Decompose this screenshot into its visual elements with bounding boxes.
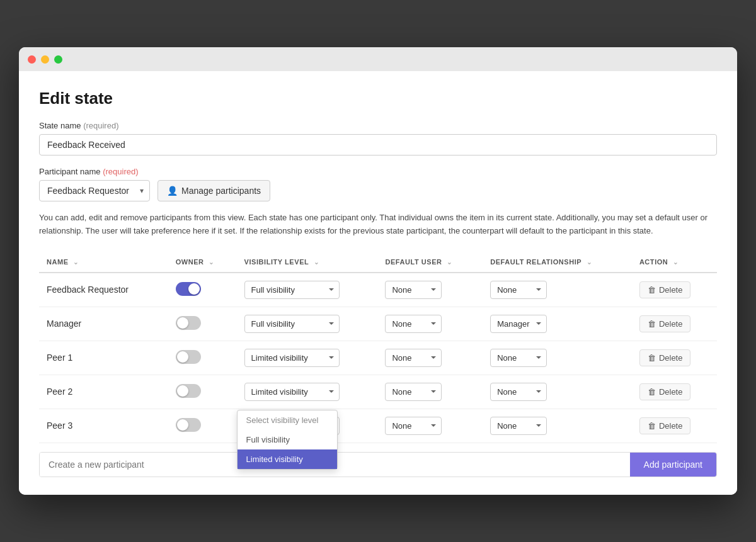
default-relationship-cell: Manager: [483, 307, 632, 341]
delete-label: Delete: [659, 353, 683, 363]
table-row: Peer 3Select visibility levelFull visibi…: [39, 409, 717, 443]
state-name-label: State name (required): [39, 121, 717, 130]
owner-toggle[interactable]: [176, 350, 201, 364]
page-content: Edit state State name (required) Partici…: [19, 71, 737, 495]
table-row: Peer 2Select visibility levelFull visibi…: [39, 375, 717, 409]
default-user-select[interactable]: None: [385, 383, 442, 401]
participant-name-cell: Manager: [39, 307, 168, 341]
participant-name-label: Participant name (required): [39, 167, 717, 176]
default-user-select[interactable]: None: [385, 315, 442, 333]
name-sort-icon[interactable]: ⌄: [73, 259, 79, 266]
default-user-cell: None: [377, 375, 483, 409]
action-cell: 🗑Delete: [632, 375, 717, 409]
default-relationship-select[interactable]: None: [490, 383, 547, 401]
participant-select-wrapper: Feedback Requestor ▾: [39, 180, 150, 201]
owner-toggle[interactable]: [176, 282, 201, 296]
participant-select[interactable]: Feedback Requestor: [39, 180, 150, 201]
delete-label: Delete: [659, 285, 683, 295]
table-row: Peer 1Select visibility levelFull visibi…: [39, 341, 717, 375]
default-relationship-cell: None: [483, 409, 632, 443]
manage-participants-icon: 👤: [167, 186, 178, 196]
default-user-sort-icon[interactable]: ⌄: [447, 259, 452, 266]
visibility-cell: Select visibility levelFull visibilityLi…: [237, 307, 378, 341]
table-row: ManagerSelect visibility levelFull visib…: [39, 307, 717, 341]
col-default-relationship: DEFAULT RELATIONSHIP ⌄: [483, 252, 632, 273]
default-user-cell: None: [377, 307, 483, 341]
default-relationship-cell: None: [483, 273, 632, 307]
add-participant-button[interactable]: Add participant: [630, 453, 716, 477]
close-button[interactable]: [28, 55, 36, 64]
delete-button[interactable]: 🗑Delete: [639, 417, 691, 434]
default-user-cell: None: [377, 273, 483, 307]
delete-button[interactable]: 🗑Delete: [639, 383, 691, 400]
owner-cell: [168, 409, 237, 443]
visibility-dropdown-item[interactable]: Full visibility: [238, 430, 337, 449]
col-action: ACTION ⌄: [632, 252, 717, 273]
default-user-cell: None: [377, 409, 483, 443]
titlebar: [19, 47, 737, 71]
table-row: Feedback RequestorSelect visibility leve…: [39, 273, 717, 307]
delete-label: Delete: [659, 319, 683, 329]
visibility-select[interactable]: Select visibility levelFull visibilityLi…: [244, 349, 340, 367]
maximize-button[interactable]: [54, 55, 62, 64]
owner-cell: [168, 341, 237, 375]
delete-label: Delete: [659, 421, 683, 431]
visibility-sort-icon[interactable]: ⌄: [314, 259, 319, 266]
visibility-dropdown-item[interactable]: Limited visibility: [238, 449, 337, 469]
minimize-button[interactable]: [41, 55, 49, 64]
col-visibility: VISIBILITY LEVEL ⌄: [237, 252, 378, 273]
participants-table: NAME ⌄ OWNER ⌄ VISIBILITY LEVEL ⌄ DEFAUL…: [39, 252, 717, 443]
trash-icon: 🗑: [648, 421, 656, 431]
state-name-input[interactable]: [39, 134, 717, 155]
add-participant-row: Add participant: [39, 452, 717, 477]
default-user-select[interactable]: None: [385, 281, 442, 299]
col-name: NAME ⌄: [39, 252, 168, 273]
delete-button[interactable]: 🗑Delete: [639, 349, 691, 366]
visibility-cell: Select visibility levelFull visibilityLi…: [237, 273, 378, 307]
participant-name-cell: Peer 2: [39, 375, 168, 409]
action-cell: 🗑Delete: [632, 341, 717, 375]
action-cell: 🗑Delete: [632, 307, 717, 341]
owner-toggle[interactable]: [176, 418, 201, 432]
default-relationship-select[interactable]: None: [490, 417, 547, 435]
visibility-cell: Select visibility levelFull visibilityLi…: [237, 341, 378, 375]
info-text: You can add, edit and remove participant…: [39, 212, 717, 238]
trash-icon: 🗑: [648, 319, 656, 329]
default-rel-sort-icon[interactable]: ⌄: [587, 259, 592, 266]
col-owner: OWNER ⌄: [168, 252, 237, 273]
participant-name-cell: Peer 3: [39, 409, 168, 443]
owner-cell: [168, 375, 237, 409]
default-relationship-cell: None: [483, 375, 632, 409]
default-user-cell: None: [377, 341, 483, 375]
delete-button[interactable]: 🗑Delete: [639, 315, 691, 332]
trash-icon: 🗑: [648, 285, 656, 295]
visibility-select[interactable]: Select visibility levelFull visibilityLi…: [244, 315, 340, 333]
participant-row: Feedback Requestor ▾ 👤 Manage participan…: [39, 180, 717, 201]
visibility-dropdown-menu: Select visibility levelFull visibilityLi…: [237, 410, 338, 470]
participant-name-cell: Peer 1: [39, 341, 168, 375]
default-user-select[interactable]: None: [385, 417, 442, 435]
owner-toggle[interactable]: [176, 316, 201, 330]
visibility-select[interactable]: Select visibility levelFull visibilityLi…: [244, 383, 340, 401]
visibility-dropdown-item[interactable]: Select visibility level: [238, 410, 337, 430]
visibility-cell: Select visibility levelFull visibilityLi…: [237, 375, 378, 409]
col-default-user: DEFAULT USER ⌄: [377, 252, 483, 273]
default-user-select[interactable]: None: [385, 349, 442, 367]
participant-name-cell: Feedback Requestor: [39, 273, 168, 307]
delete-button[interactable]: 🗑Delete: [639, 281, 691, 298]
trash-icon: 🗑: [648, 387, 656, 397]
visibility-select[interactable]: Select visibility levelFull visibilityLi…: [244, 281, 340, 299]
owner-cell: [168, 273, 237, 307]
action-cell: 🗑Delete: [632, 273, 717, 307]
action-cell: 🗑Delete: [632, 409, 717, 443]
default-relationship-select[interactable]: None: [490, 349, 547, 367]
manage-participants-button[interactable]: 👤 Manage participants: [158, 180, 270, 201]
delete-label: Delete: [659, 387, 683, 397]
main-window: Edit state State name (required) Partici…: [19, 47, 737, 495]
owner-toggle[interactable]: [176, 384, 201, 398]
action-sort-icon[interactable]: ⌄: [673, 259, 679, 266]
default-relationship-select[interactable]: None: [490, 281, 547, 299]
trash-icon: 🗑: [648, 353, 656, 363]
default-relationship-select[interactable]: Manager: [490, 315, 547, 333]
owner-sort-icon[interactable]: ⌄: [209, 259, 214, 266]
